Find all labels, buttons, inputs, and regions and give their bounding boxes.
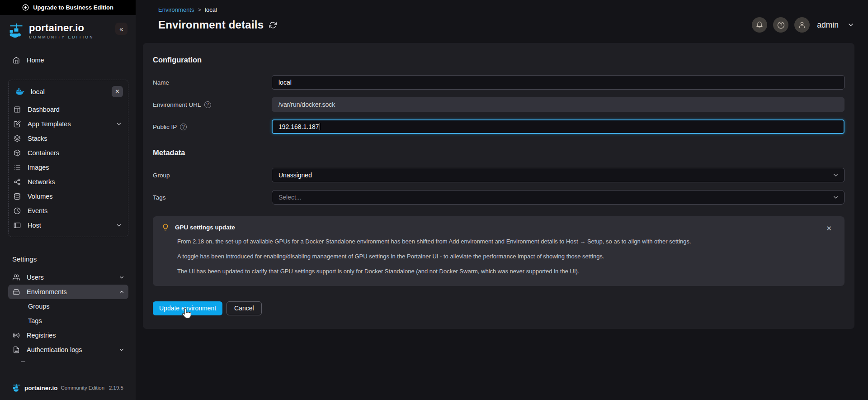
breadcrumb: Environments > local — [158, 6, 854, 13]
user-menu-button[interactable] — [794, 17, 810, 33]
sidebar-item-stacks[interactable]: Stacks — [11, 131, 126, 146]
environment-close-icon[interactable]: ✕ — [112, 86, 123, 97]
layers-icon — [14, 135, 21, 142]
close-icon[interactable]: ✕ — [826, 224, 832, 233]
chevron-down-icon — [832, 194, 839, 201]
help-icon[interactable]: ? — [180, 124, 187, 130]
sidebar-item-registries[interactable]: Registries — [8, 328, 128, 343]
sidebar-item-label: Host — [28, 222, 41, 229]
environment-details-card: Configuration Name Environment URL ? Pub… — [143, 43, 854, 329]
upgrade-banner[interactable]: Upgrade to Business Edition — [0, 0, 136, 15]
portainer-logo-icon — [8, 23, 24, 39]
breadcrumb-current: local — [205, 6, 217, 13]
sidebar: Upgrade to Business Edition portainer.io… — [0, 0, 136, 400]
tags-select[interactable]: Select... — [272, 190, 844, 205]
sidebar-item-authentication-logs[interactable]: Authentication logs — [8, 343, 128, 357]
refresh-icon[interactable] — [269, 21, 277, 29]
share-nodes-icon — [14, 178, 21, 186]
breadcrumb-environments-link[interactable]: Environments — [158, 6, 194, 13]
help-button[interactable] — [773, 17, 788, 33]
page-title: Environment details — [158, 19, 264, 31]
sidebar-item-volumes[interactable]: Volumes — [11, 189, 126, 204]
cancel-button[interactable]: Cancel — [226, 301, 262, 315]
environment-header[interactable]: local ✕ — [11, 83, 126, 100]
clock-icon — [14, 207, 21, 214]
group-selected-value: Unassigned — [278, 171, 312, 179]
hard-drive-icon — [13, 288, 20, 295]
sidebar-item-label: Users — [27, 274, 44, 281]
divider — [21, 361, 25, 362]
footer-brand: portainer.io — [24, 385, 58, 391]
configuration-heading: Configuration — [153, 56, 844, 64]
tags-placeholder: Select... — [278, 194, 302, 201]
upgrade-banner-label: Upgrade to Business Edition — [33, 4, 113, 11]
sidebar-item-label: Networks — [28, 178, 55, 186]
public-ip-label: Public IP ? — [153, 124, 272, 130]
server-icon — [14, 222, 21, 229]
sidebar-item-environments[interactable]: Environments — [8, 285, 128, 299]
user-name: admin — [817, 20, 839, 30]
list-icon — [14, 164, 21, 171]
chevron-down-icon — [832, 172, 839, 179]
sidebar-item-app-templates[interactable]: App Templates — [11, 117, 126, 131]
notice-paragraph: From 2.18 on, the set-up of available GP… — [177, 238, 835, 246]
gpu-settings-notice: GPU settings update From 2.18 on, the se… — [153, 216, 844, 286]
sidebar-item-dashboard[interactable]: Dashboard — [11, 102, 126, 117]
sidebar-item-label: Home — [27, 57, 44, 64]
footer-edition: Community Edition — [61, 385, 105, 390]
sidebar-item-home[interactable]: Home — [8, 53, 128, 67]
notice-title: GPU settings update — [175, 224, 235, 231]
notice-paragraph: A toggle has been introduced for enablin… — [177, 252, 835, 261]
sidebar-item-label: Containers — [28, 149, 59, 157]
sidebar-item-label: Volumes — [28, 193, 53, 200]
sidebar-item-events[interactable]: Events — [11, 204, 126, 218]
settings-header: Settings — [8, 255, 128, 263]
sidebar-item-tags[interactable]: Tags — [8, 314, 128, 328]
footer-version: 2.19.5 — [109, 385, 123, 390]
sidebar-item-label: Authentication logs — [27, 346, 82, 353]
chevron-down-icon — [118, 347, 125, 353]
sidebar-item-label: Images — [28, 164, 49, 171]
dashboard-icon — [14, 106, 21, 113]
notice-paragraph: The UI has been updated to clarify that … — [177, 267, 835, 276]
sidebar-nav: Home — [0, 53, 136, 67]
home-icon — [13, 57, 20, 64]
top-actions: admin — [752, 17, 854, 33]
public-ip-input[interactable]: 192.168.1.187 — [272, 119, 844, 134]
brand-edition: COMMUNITY EDITION — [29, 35, 94, 39]
app-root: Upgrade to Business Edition portainer.io… — [0, 0, 868, 400]
sidebar-item-containers[interactable]: Containers — [11, 146, 126, 160]
radio-icon — [13, 332, 20, 339]
users-icon — [13, 274, 20, 281]
chevron-down-icon[interactable] — [847, 21, 854, 29]
sidebar-item-host[interactable]: Host — [11, 218, 126, 233]
sidebar-footer: portainer.io Community Edition 2.19.5 — [0, 383, 136, 400]
settings-section: Settings Users Environments Groups Tags … — [0, 255, 136, 362]
edit-icon — [14, 120, 21, 128]
name-row: Name — [153, 75, 844, 90]
breadcrumb-separator: > — [198, 6, 201, 13]
notifications-button[interactable] — [752, 17, 767, 33]
group-select[interactable]: Unassigned — [272, 168, 844, 182]
sidebar-item-groups[interactable]: Groups — [8, 299, 128, 314]
environment-url-label: Environment URL ? — [153, 101, 272, 108]
sidebar-item-label: App Templates — [28, 120, 71, 128]
chevron-down-icon — [116, 222, 122, 229]
portainer-footer-logo-icon — [12, 383, 21, 392]
sidebar-item-label: Dashboard — [28, 106, 60, 113]
name-label: Name — [153, 79, 272, 86]
public-ip-row: Public IP ? 192.168.1.187 — [153, 119, 844, 134]
user-icon — [798, 21, 806, 29]
help-icon[interactable]: ? — [204, 101, 211, 108]
environment-url-row: Environment URL ? — [153, 97, 844, 112]
sidebar-item-networks[interactable]: Networks — [11, 175, 126, 189]
update-environment-button[interactable]: Update environment — [153, 301, 222, 315]
name-input[interactable] — [272, 75, 844, 90]
group-row: Group Unassigned — [153, 168, 844, 182]
text-caret — [320, 123, 321, 130]
tags-row: Tags Select... — [153, 190, 844, 205]
sidebar-item-images[interactable]: Images — [11, 160, 126, 175]
environment-url-input[interactable] — [272, 97, 844, 112]
sidebar-item-users[interactable]: Users — [8, 270, 128, 285]
sidebar-collapse-button[interactable]: « — [115, 23, 127, 35]
